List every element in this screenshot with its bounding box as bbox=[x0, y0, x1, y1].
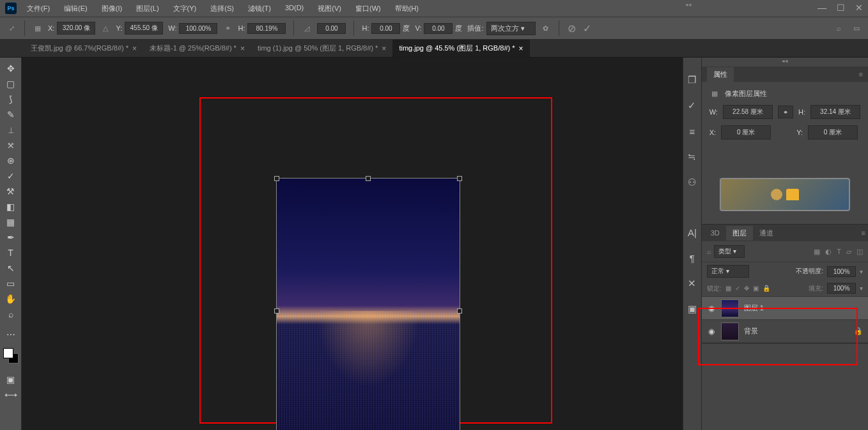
commit-transform-icon[interactable]: ✓ bbox=[582, 23, 593, 33]
expand-panels-icon[interactable]: ◂◂ bbox=[702, 58, 868, 67]
menu-window[interactable]: 窗口(W) bbox=[353, 3, 384, 15]
a-icon[interactable]: A| bbox=[685, 225, 699, 239]
libraries-icon[interactable]: ▣ bbox=[685, 302, 699, 316]
paragraph-icon[interactable]: ¶ bbox=[685, 251, 699, 265]
swatches-icon[interactable]: ≡ bbox=[685, 124, 699, 138]
character-icon[interactable]: ≒ bbox=[685, 150, 699, 164]
close-icon[interactable]: × bbox=[132, 44, 137, 53]
panel-menu-icon[interactable]: ≡ bbox=[862, 229, 865, 237]
blend-mode-select[interactable]: 正常 ▾ bbox=[707, 265, 749, 278]
menu-file[interactable]: 文件(F) bbox=[24, 3, 52, 15]
lock-position-icon[interactable]: ✥ bbox=[744, 285, 749, 292]
menu-help[interactable]: 帮助(H) bbox=[392, 3, 421, 15]
transform-tool-icon[interactable]: ⤢ bbox=[6, 23, 17, 33]
styles-icon[interactable]: ✕ bbox=[685, 276, 699, 291]
prop-h-label: H: bbox=[798, 108, 805, 116]
filter-smart-icon[interactable]: ◫ bbox=[856, 248, 863, 256]
document-tab[interactable]: 王俊凯.jpg @ 66.7%(RGB/8#) *× bbox=[24, 40, 143, 57]
more-tools[interactable]: ⋯ bbox=[3, 328, 19, 342]
search-icon[interactable]: ⌕ bbox=[833, 23, 844, 33]
path-tool[interactable]: ↖ bbox=[3, 261, 19, 275]
minimize-button[interactable]: — bbox=[818, 3, 826, 13]
workspace-icon[interactable]: ▭ bbox=[851, 23, 862, 33]
fg-color[interactable] bbox=[3, 348, 13, 358]
prop-x-input[interactable]: 0 厘米 bbox=[721, 125, 771, 139]
delta-icon[interactable]: △ bbox=[100, 23, 111, 33]
panel-menu-icon[interactable]: ≡ bbox=[859, 70, 863, 78]
menu-filter[interactable]: 滤镜(T) bbox=[245, 3, 274, 15]
lasso-tool[interactable]: ⟆ bbox=[3, 92, 19, 106]
filter-type-icon[interactable]: T bbox=[837, 248, 841, 256]
pen-tool[interactable]: ✒ bbox=[3, 230, 19, 244]
warp-icon[interactable]: ✿ bbox=[541, 23, 551, 33]
healing-tool[interactable]: ⊛ bbox=[3, 154, 19, 168]
canvas[interactable] bbox=[22, 58, 683, 430]
x-input[interactable]: 320.00 像 bbox=[57, 22, 95, 35]
menu-edit[interactable]: 编辑(E) bbox=[61, 3, 90, 15]
prop-y-input[interactable]: 0 厘米 bbox=[808, 125, 858, 139]
tab-channels[interactable]: 通道 bbox=[753, 226, 780, 241]
prop-w-input[interactable]: 22.58 厘米 bbox=[723, 105, 773, 119]
lock-pixels-icon[interactable]: ▦ bbox=[725, 285, 731, 292]
prop-h-input[interactable]: 32.14 厘米 bbox=[810, 105, 860, 119]
quick-select-tool[interactable]: ✎ bbox=[3, 107, 19, 122]
filter-shape-icon[interactable]: ▱ bbox=[846, 248, 851, 256]
menu-type[interactable]: 文字(Y) bbox=[171, 3, 199, 15]
w-input[interactable]: 100.00% bbox=[179, 23, 217, 34]
cancel-transform-icon[interactable]: ⊘ bbox=[567, 23, 577, 33]
reference-point-icon[interactable]: ▦ bbox=[33, 23, 43, 33]
lock-all-icon[interactable]: 🔒 bbox=[763, 285, 770, 292]
kind-filter[interactable]: 类型 ▾ bbox=[714, 245, 745, 258]
type-tool[interactable]: T bbox=[3, 246, 19, 260]
color-swatch[interactable] bbox=[3, 348, 19, 363]
opacity-input[interactable]: 100% bbox=[827, 266, 856, 277]
y-input[interactable]: 455.50 像 bbox=[125, 22, 163, 35]
actions-icon[interactable]: ⚇ bbox=[685, 175, 699, 189]
hand-tool[interactable]: ✋ bbox=[3, 292, 19, 306]
menu-image[interactable]: 图像(I) bbox=[99, 3, 125, 15]
link-wh-icon[interactable]: ⚭ bbox=[222, 23, 233, 33]
marquee-tool[interactable]: ▢ bbox=[3, 77, 19, 91]
shape-tool[interactable]: ▭ bbox=[3, 276, 19, 291]
clone-tool[interactable]: ⚒ bbox=[3, 184, 19, 198]
filter-adjust-icon[interactable]: ◐ bbox=[825, 248, 832, 256]
expand-icon[interactable]: ◂◂ bbox=[685, 1, 692, 10]
move-tool[interactable]: ✥ bbox=[3, 61, 19, 76]
canvas-image[interactable] bbox=[276, 178, 460, 430]
close-icon[interactable]: × bbox=[519, 44, 523, 53]
quickmask-tool[interactable]: ▣ bbox=[3, 372, 19, 386]
crop-tool[interactable]: ⟂ bbox=[3, 123, 19, 137]
menu-3d[interactable]: 3D(D) bbox=[283, 3, 306, 15]
history-icon[interactable]: ❐ bbox=[685, 73, 699, 87]
interp-select[interactable]: 两次立方 ▾ bbox=[486, 22, 536, 35]
tab-3d[interactable]: 3D bbox=[704, 227, 726, 239]
zoom-tool[interactable]: ⌕ bbox=[3, 307, 19, 321]
tab-layers[interactable]: 图层 bbox=[726, 226, 753, 241]
filter-pixel-icon[interactable]: ▦ bbox=[814, 248, 820, 256]
menu-select[interactable]: 选择(S) bbox=[208, 3, 236, 15]
document-tab[interactable]: timg.jpg @ 45.5% (图层 1, RGB/8#) *× bbox=[392, 40, 529, 57]
lock-artboard-icon[interactable]: ▣ bbox=[753, 285, 759, 292]
eyedropper-tool[interactable]: ⤧ bbox=[3, 138, 19, 152]
screenmode-tool[interactable]: ⟷ bbox=[3, 388, 19, 402]
close-icon[interactable]: × bbox=[240, 44, 245, 53]
maximize-button[interactable]: ☐ bbox=[837, 3, 845, 13]
link-dimensions-icon[interactable]: ⚭ bbox=[778, 106, 793, 118]
close-icon[interactable]: × bbox=[382, 44, 386, 53]
menu-view[interactable]: 视图(V) bbox=[315, 3, 344, 15]
lock-paint-icon[interactable]: ✓ bbox=[735, 285, 740, 292]
h-input[interactable]: 80.19% bbox=[247, 23, 286, 34]
gradient-tool[interactable]: ▦ bbox=[3, 215, 19, 229]
brush-preset-icon[interactable]: ✓ bbox=[685, 99, 699, 113]
close-button[interactable]: ✕ bbox=[855, 3, 863, 13]
document-tab[interactable]: 未标题-1 @ 25%(RGB/8#) *× bbox=[143, 40, 251, 57]
eraser-tool[interactable]: ◧ bbox=[3, 200, 19, 214]
menu-layer[interactable]: 图层(L) bbox=[134, 3, 161, 15]
skew-v-input[interactable]: 0.00 bbox=[424, 23, 453, 34]
angle-input[interactable]: 0.00 bbox=[317, 23, 346, 34]
fill-input[interactable]: 100% bbox=[827, 283, 856, 294]
skew-h-input[interactable]: 0.00 bbox=[371, 23, 400, 34]
properties-tab[interactable]: 属性 bbox=[707, 67, 734, 82]
brush-tool[interactable]: ✓ bbox=[3, 169, 19, 183]
document-tab[interactable]: timg (1).jpg @ 50% (图层 1, RGB/8#) *× bbox=[251, 40, 392, 57]
